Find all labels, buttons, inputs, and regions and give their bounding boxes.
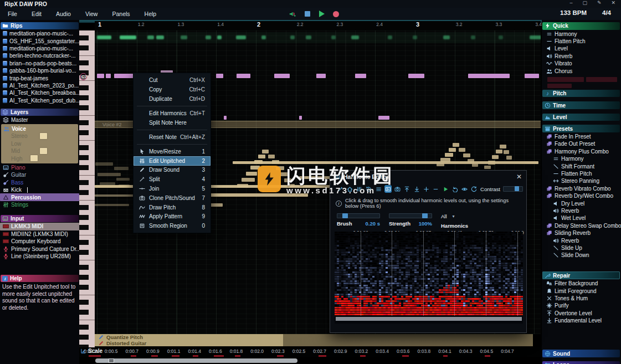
context-menu-item[interactable]: Reset NoteCtrl+Alt+Z bbox=[134, 132, 211, 142]
piano-key-black[interactable] bbox=[79, 145, 89, 150]
note[interactable] bbox=[316, 74, 326, 78]
sidebar-item-dry-level[interactable]: Dry Level bbox=[542, 199, 621, 207]
menu-help[interactable]: Help bbox=[145, 11, 157, 17]
voice-sub-high[interactable]: High bbox=[1, 155, 78, 162]
piano-key-black[interactable] bbox=[79, 275, 89, 280]
context-menu-tool-item[interactable]: Smooth Region0 bbox=[134, 221, 211, 230]
rips-section-header[interactable]: Rips bbox=[1, 22, 79, 29]
brush-slider[interactable] bbox=[337, 213, 380, 218]
unpitched-sound-segment[interactable] bbox=[496, 150, 502, 153]
layer-guitar[interactable]: Guitar bbox=[0, 171, 79, 178]
layer-piano[interactable]: Piano bbox=[0, 164, 79, 171]
pitched-note-green[interactable] bbox=[290, 35, 295, 39]
unpitched-sound-segment[interactable] bbox=[119, 184, 130, 187]
sidebar-item-reverb[interactable]: Reverb bbox=[542, 237, 621, 244]
sidebar-item-fundamental-level[interactable]: Fundamental Level bbox=[542, 317, 621, 324]
piano-key-black[interactable] bbox=[79, 120, 89, 125]
section-header-level[interactable]: Level bbox=[542, 114, 620, 121]
piano-key-black[interactable] bbox=[79, 180, 89, 185]
contrast-slider[interactable] bbox=[503, 186, 523, 192]
pitched-note-green[interactable] bbox=[530, 35, 541, 39]
rip-item[interactable]: meditation-piano-music-... bbox=[0, 45, 79, 52]
sidebar-item-reverb-vibrato-combo[interactable]: Reverb Vibrato Combo bbox=[542, 185, 621, 192]
visibility-toggle[interactable] bbox=[461, 185, 468, 193]
section-header-quick[interactable]: Quick bbox=[542, 22, 620, 30]
voice-sub-low[interactable]: Low bbox=[1, 140, 78, 147]
close-icon[interactable]: ✕ bbox=[516, 173, 522, 181]
section-header-pitch[interactable]: ♪Pitch bbox=[542, 90, 620, 98]
unpitched-sound-segment[interactable] bbox=[468, 159, 474, 163]
sidebar-item-harmony[interactable]: Harmony bbox=[542, 30, 621, 38]
piano-key-black[interactable] bbox=[79, 215, 89, 220]
input-item[interactable]: LKMK3 MIDI bbox=[0, 223, 79, 230]
pitched-note-green[interactable] bbox=[471, 35, 475, 39]
note[interactable] bbox=[97, 74, 104, 78]
note[interactable] bbox=[355, 74, 366, 78]
section-header-repair[interactable]: Repair bbox=[542, 271, 620, 279]
pitched-note-green[interactable] bbox=[217, 35, 222, 39]
section-header-presets[interactable]: Presets bbox=[542, 125, 620, 132]
unpitched-sound-segment[interactable] bbox=[100, 182, 115, 185]
menu-file[interactable]: File bbox=[8, 11, 17, 17]
sidebar-item-flatten-pitch[interactable]: Flatten Pitch bbox=[542, 170, 621, 177]
input-item[interactable]: Computer Keyboard bbox=[0, 238, 79, 245]
note[interactable] bbox=[224, 116, 227, 120]
rip-item[interactable]: berlin-techno-nutcracker-... bbox=[0, 52, 79, 59]
record-button[interactable] bbox=[332, 11, 340, 18]
menu-view[interactable]: View bbox=[85, 11, 98, 17]
contrast-slider-handle[interactable] bbox=[515, 186, 519, 191]
rip-item[interactable]: OS_HHF_155_songstarter... bbox=[0, 37, 79, 44]
piano-key-black[interactable] bbox=[79, 105, 89, 110]
unpitched-sound-segment[interactable] bbox=[116, 178, 130, 181]
note[interactable] bbox=[106, 74, 111, 78]
context-menu-tool-item[interactable]: Split4 bbox=[134, 175, 211, 184]
input-item[interactable]: Primary Sound Capture Dr... bbox=[0, 245, 79, 252]
unpitched-sound-segment[interactable] bbox=[268, 155, 275, 158]
rip-item[interactable]: AI_Test_Kitchen_breakbea... bbox=[0, 89, 79, 96]
sidebar-item-reverb-dry-wet-combo[interactable]: Reverb Dry/Wet Combo bbox=[542, 192, 621, 199]
sidebar-item-purify[interactable]: Purify bbox=[542, 302, 621, 309]
history-undo[interactable] bbox=[451, 185, 458, 193]
pitched-note-green[interactable] bbox=[206, 35, 211, 39]
play-button[interactable] bbox=[318, 11, 325, 18]
piano-key-black[interactable] bbox=[79, 165, 89, 170]
unpitched-sound-segment[interactable] bbox=[449, 148, 456, 152]
scrollbar-anchor[interactable] bbox=[109, 358, 114, 363]
unpitched-sound-segment[interactable] bbox=[114, 167, 129, 170]
piano-key-black[interactable] bbox=[79, 325, 89, 330]
harmonics-dropdown[interactable]: All ▾ bbox=[441, 213, 468, 219]
sidebar-item-reverb[interactable]: Reverb bbox=[542, 207, 621, 214]
export-up-tool[interactable] bbox=[404, 185, 410, 193]
stop-button[interactable] bbox=[304, 11, 311, 18]
piano-key-black[interactable] bbox=[79, 265, 89, 270]
unpitched-sound-segment[interactable] bbox=[95, 162, 113, 166]
piano-key-black[interactable] bbox=[79, 240, 89, 245]
unpitched-sound-segment[interactable] bbox=[492, 155, 499, 159]
rip-item[interactable]: brian--no-pads-pop-beats... bbox=[0, 60, 79, 67]
unpitched-sound-segment[interactable] bbox=[488, 161, 495, 165]
unpitched-sound-segment[interactable] bbox=[506, 156, 512, 160]
pitched-note-green[interactable] bbox=[261, 35, 266, 39]
pitched-note-green[interactable] bbox=[306, 35, 311, 39]
context-menu-item[interactable]: CopyCtrl+C bbox=[134, 85, 211, 94]
sidebar-item-overtone-level[interactable]: Overtone Level bbox=[542, 310, 621, 317]
sidebar-item-stereo-panning[interactable]: Stereo Panning bbox=[542, 177, 621, 184]
piano-key-black[interactable] bbox=[79, 205, 89, 210]
help-section-header[interactable]: iHelp bbox=[1, 275, 79, 282]
unpitched-sound-segment[interactable] bbox=[472, 163, 478, 167]
piano-key-black[interactable] bbox=[79, 300, 89, 305]
menu-edit[interactable]: Edit bbox=[32, 11, 42, 17]
input-section-header[interactable]: Input bbox=[1, 215, 79, 222]
bar-ruler[interactable]: 11.21.31.422.22.32.433.23.33.4 bbox=[95, 21, 541, 31]
sidebar-item-limit-foreground[interactable]: Limit Foreground bbox=[542, 287, 621, 294]
pitched-note-green[interactable] bbox=[413, 35, 417, 39]
context-menu-item[interactable]: DuplicateCtrl+D bbox=[134, 94, 211, 104]
voice-sub-stereo[interactable]: Stereo bbox=[1, 132, 78, 140]
sidebar-item-filter-background[interactable]: Filter Background bbox=[542, 280, 621, 287]
sidebar-item-slide-down[interactable]: Slide Down bbox=[542, 252, 621, 259]
section-header-loops[interactable]: Loops bbox=[542, 361, 620, 364]
minimize-button[interactable]: – bbox=[569, 0, 572, 6]
unpitched-sound-segment[interactable] bbox=[209, 203, 223, 207]
unpitched-sound-segment[interactable] bbox=[437, 163, 444, 166]
scrollbar-handle[interactable] bbox=[95, 358, 297, 363]
